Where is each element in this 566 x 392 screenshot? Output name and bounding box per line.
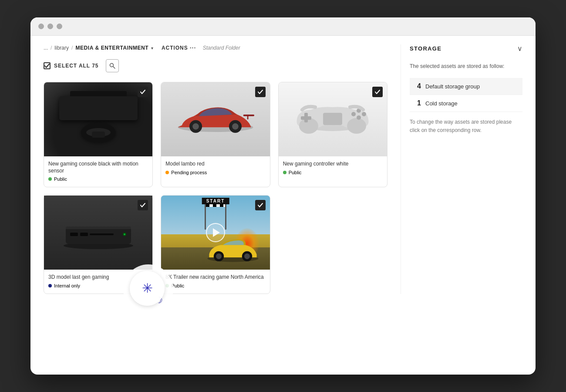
checked-icon	[257, 89, 263, 95]
storage-header: STORAGE ∨	[410, 44, 522, 55]
card-checkbox[interactable]	[138, 87, 148, 97]
checked-icon	[374, 89, 381, 95]
checkmark-icon	[44, 63, 50, 68]
breadcrumb-sep1: /	[51, 45, 52, 51]
svg-line-1	[113, 67, 115, 69]
storage-hint: To change the way assets are stored plea…	[410, 118, 522, 134]
status-dot	[283, 171, 286, 174]
card-title: New gaming controller white	[283, 161, 383, 168]
card-info: Model lambo red Pending process	[161, 156, 270, 180]
card-checkbox[interactable]	[255, 200, 266, 210]
storage-count-cold: 1	[412, 99, 421, 107]
card-status: Pending process	[165, 170, 265, 175]
storage-description: The selected assets are stored as follow…	[410, 62, 522, 70]
actions-dots-icon: ···	[190, 44, 196, 51]
card-checkbox[interactable]	[255, 87, 266, 97]
search-button[interactable]	[106, 59, 119, 72]
asset-card[interactable]: Model lambo red Pending process	[161, 82, 270, 187]
checked-icon	[257, 202, 263, 208]
asset-image-3dmodel	[44, 196, 152, 270]
storage-title: STORAGE	[410, 45, 441, 52]
svg-point-13	[351, 112, 356, 116]
checked-icon	[140, 202, 146, 208]
svg-point-16	[362, 112, 366, 116]
asset-image-console	[44, 82, 152, 156]
status-dot	[165, 171, 169, 174]
storage-row-cold[interactable]: 1 Cold storage	[410, 95, 522, 112]
card-status: Public	[283, 170, 383, 175]
actions-label: AcTiONS	[162, 45, 188, 51]
status-label: Pending process	[171, 170, 207, 175]
box-3d-svg	[55, 211, 142, 254]
chevron-down-icon[interactable]: ∨	[517, 44, 522, 53]
card-info: 8K Trailer new racing game North America…	[161, 270, 270, 294]
racing-scene: START	[161, 196, 270, 270]
asset-card[interactable]: New gaming console black with motion sen…	[44, 82, 153, 187]
card-status: Public	[165, 283, 265, 288]
card-checkbox[interactable]	[138, 200, 148, 210]
car-svg	[172, 98, 259, 141]
svg-point-31	[244, 253, 250, 259]
svg-point-25	[124, 233, 125, 235]
card-checkbox[interactable]	[372, 87, 383, 97]
svg-point-29	[216, 253, 222, 259]
search-icon	[109, 63, 115, 69]
storage-sidebar: STORAGE ∨ The selected assets are stored…	[401, 44, 522, 294]
breadcrumb-current: MEDIA & ENTERTAINMENT	[75, 45, 148, 51]
breadcrumb: ... / library / MEDIA & ENTERTAINMENT ▾ …	[44, 44, 396, 51]
svg-point-10	[299, 118, 318, 134]
svg-rect-12	[323, 113, 342, 125]
folder-label: Standard Folder	[203, 45, 240, 51]
minimize-dot[interactable]	[47, 24, 53, 29]
yellow-car	[205, 235, 261, 263]
asset-image-controller	[279, 82, 387, 156]
actions-button[interactable]: AcTiONS ···	[162, 44, 196, 51]
asset-image-car	[161, 82, 270, 156]
breadcrumb-dropdown-icon[interactable]: ▾	[151, 46, 153, 51]
status-label: Internal only	[54, 283, 80, 288]
status-label: Public	[289, 170, 302, 175]
svg-rect-21	[66, 226, 131, 229]
svg-rect-22	[70, 233, 78, 236]
svg-rect-23	[80, 233, 88, 236]
asset-panel: ... / library / MEDIA & ENTERTAINMENT ▾ …	[44, 44, 396, 294]
controller-svg	[289, 98, 376, 141]
card-info: New gaming console black with motion sen…	[44, 156, 152, 187]
card-status: Public	[48, 176, 148, 182]
asset-grid: New gaming console black with motion sen…	[44, 82, 396, 294]
card-title: New gaming console black with motion sen…	[48, 161, 148, 174]
toolbar: SelecT ALL 75	[44, 59, 396, 72]
breadcrumb-ellipsis[interactable]: ...	[44, 45, 48, 51]
snowflake-badge: ✳	[130, 271, 165, 306]
svg-rect-8	[247, 115, 249, 119]
snowflake-icon: ✳	[142, 280, 153, 296]
select-all-label: SelecT ALL 75	[54, 63, 99, 69]
main-content: ... / library / MEDIA & ENTERTAINMENT ▾ …	[30, 36, 536, 307]
card-info: New gaming controller white Public	[279, 156, 387, 180]
card-title: Model lambo red	[165, 161, 265, 168]
svg-rect-18	[301, 116, 311, 120]
status-dot	[48, 284, 52, 287]
app-window: ... / library / MEDIA & ENTERTAINMENT ▾ …	[30, 17, 536, 375]
select-all-checkbox[interactable]	[44, 62, 51, 69]
asset-card[interactable]: New gaming controller white Public	[278, 82, 387, 187]
storage-name-cold: Cold storage	[425, 100, 458, 107]
breadcrumb-library[interactable]: library	[54, 45, 69, 51]
asset-card[interactable]: START	[161, 195, 270, 294]
status-label: Public	[54, 176, 67, 182]
svg-rect-26	[90, 233, 114, 235]
storage-row-default[interactable]: 4 Default storage group	[410, 78, 522, 95]
asset-card[interactable]: 3D model last gen gaming Internal only ✳…	[44, 195, 153, 294]
close-dot[interactable]	[38, 24, 44, 29]
svg-point-4	[192, 123, 199, 130]
svg-rect-7	[243, 115, 254, 116]
breadcrumb-sep2: /	[71, 45, 73, 51]
asset-image-racing: START	[161, 196, 270, 270]
select-all-button[interactable]: SelecT ALL 75	[44, 62, 99, 69]
checked-icon	[140, 89, 146, 95]
fullscreen-dot[interactable]	[57, 24, 62, 29]
status-dot	[48, 177, 52, 181]
titlebar	[30, 17, 536, 36]
storage-count-default: 4	[412, 82, 421, 90]
card-title: 8K Trailer new racing game North America	[165, 274, 265, 281]
